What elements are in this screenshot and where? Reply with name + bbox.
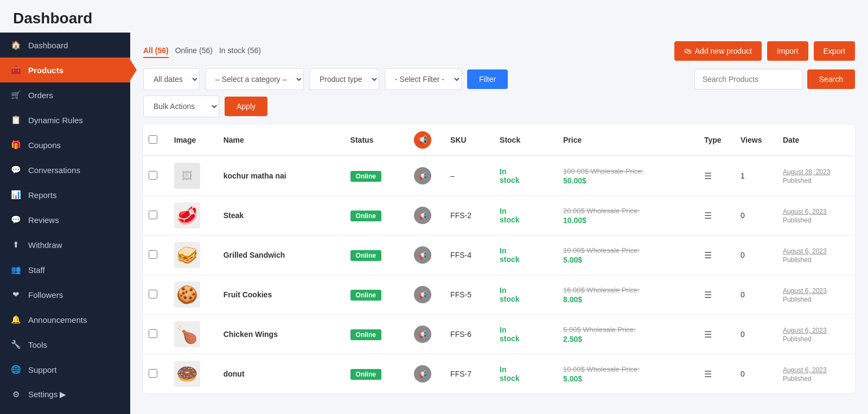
sidebar-item-announcements[interactable]: 🔔Announcements [0, 307, 130, 332]
price-cell: 10.00$ Wholesale Price: 5.00$ [563, 246, 693, 264]
col-header-name: Name [218, 125, 345, 156]
sidebar-icon-announcements: 🔔 [11, 315, 21, 324]
old-price: 100.00$ Wholesale Price: [563, 167, 693, 175]
select-all-checkbox[interactable] [149, 135, 157, 144]
megaphone-row-icon[interactable]: 📢 [414, 246, 431, 264]
megaphone-row-icon[interactable]: 📢 [414, 286, 431, 303]
sidebar-icon-staff: 👥 [11, 265, 21, 275]
price-cell: 16.00$ Wholesale Price: 8.00$ [563, 286, 693, 304]
product-image-placeholder: 🖼 [174, 163, 200, 189]
sidebar-item-staff[interactable]: 👥Staff [0, 257, 130, 282]
date-filter[interactable]: All dates [143, 68, 200, 90]
tab-online[interactable]: Online (56) [175, 44, 213, 58]
export-button[interactable]: Export [814, 41, 855, 61]
sidebar-item-reports[interactable]: 📊Reports [0, 182, 130, 207]
import-button[interactable]: Import [767, 41, 808, 61]
bulk-actions-select[interactable]: Bulk Actions [143, 95, 219, 117]
sidebar-icon-products: 🧰 [11, 65, 21, 75]
row-checkbox[interactable] [149, 250, 157, 259]
status-badge: Online [350, 290, 381, 301]
product-name: donut [218, 354, 345, 394]
type-icon[interactable]: ☰ [704, 211, 712, 220]
old-price: 5.00$ Wholesale Price: [563, 326, 693, 334]
stock-status: Instock [500, 365, 520, 383]
sidebar-item-settings[interactable]: ⚙Settings ▶ [0, 382, 130, 407]
select-filter[interactable]: - Select Filter - [385, 68, 462, 90]
product-name: Steak [218, 196, 345, 235]
sidebar-item-products[interactable]: 🧰Products [0, 58, 130, 82]
type-icon[interactable]: ☰ [704, 251, 712, 260]
type-icon[interactable]: ☰ [704, 330, 712, 339]
old-price: 10.00$ Wholesale Price: [563, 246, 693, 254]
filter-button[interactable]: Filter [467, 69, 508, 89]
row-checkbox[interactable] [149, 211, 157, 219]
sidebar-item-dynamic-rules[interactable]: 📋Dynamic Rules [0, 107, 130, 132]
product-views: 0 [735, 196, 777, 235]
product-views: 0 [735, 275, 777, 315]
category-filter[interactable]: – Select a category – [205, 68, 304, 90]
sidebar-label-reviews: Reviews [28, 215, 59, 225]
sidebar-icon-dynamic-rules: 📋 [11, 115, 21, 125]
sidebar-label-announcements: Announcements [28, 315, 87, 324]
price-cell: 10.00$ Wholesale Price: 5.00$ [563, 365, 693, 383]
col-header-views: Views [735, 125, 777, 156]
add-product-button[interactable]: 🛍 Add new product [674, 41, 762, 61]
megaphone-row-icon[interactable]: 📢 [414, 365, 431, 383]
apply-button[interactable]: Apply [225, 97, 267, 116]
type-icon[interactable]: ☰ [704, 171, 712, 181]
sidebar-label-dashboard: Dashboard [28, 41, 68, 50]
sidebar-icon-reviews: 💬 [11, 215, 21, 225]
sidebar-label-settings: Settings ▶ [28, 390, 66, 399]
type-filter[interactable]: Product type [309, 68, 379, 90]
filter-bar: All dates – Select a category – Product … [143, 68, 855, 90]
type-icon[interactable]: ☰ [704, 290, 712, 300]
sidebar-label-conversations: Conversations [28, 165, 80, 175]
col-header-status: Status [345, 125, 409, 156]
sidebar: 🏠Dashboard🧰Products🛒Orders📋Dynamic Rules… [0, 33, 130, 414]
search-input[interactable] [694, 69, 803, 90]
product-date: August 6, 2023 Published [777, 235, 855, 275]
sidebar-item-conversations[interactable]: 💬Conversations [0, 157, 130, 182]
table-row: 🍪 Fruit Cookies Online 📢 FFS-5 Instock 1… [143, 275, 855, 315]
product-table: Image Name Status 📢 SKU Stock Price Type… [143, 125, 855, 393]
tab-instock[interactable]: In stock (56) [219, 44, 261, 58]
table-row: 🖼 kochur matha nai Online 📢 – Instock 10… [143, 156, 855, 196]
product-image: 🍩 [174, 361, 200, 387]
new-price: 8.00$ [563, 295, 693, 304]
product-name: Fruit Cookies [218, 275, 345, 315]
product-sku: FFS-2 [445, 196, 494, 235]
product-views: 0 [735, 315, 777, 354]
tab-bar: All (56)Online (56)In stock (56) 🛍 Add n… [143, 41, 855, 61]
sidebar-label-tools: Tools [28, 340, 47, 349]
row-checkbox[interactable] [149, 290, 157, 298]
col-header-stock: Stock [494, 125, 558, 156]
type-icon[interactable]: ☰ [704, 370, 712, 379]
sidebar-item-tools[interactable]: 🔧Tools [0, 332, 130, 357]
sidebar-item-support[interactable]: 🌐Support [0, 357, 130, 382]
sidebar-icon-withdraw: ⬆ [11, 240, 21, 250]
tab-actions: 🛍 Add new product Import Export [674, 41, 855, 61]
sidebar-item-reviews[interactable]: 💬Reviews [0, 207, 130, 232]
status-badge: Online [350, 329, 381, 340]
row-checkbox[interactable] [149, 369, 157, 378]
product-sku: FFS-6 [445, 315, 494, 354]
sidebar-item-withdraw[interactable]: ⬆Withdraw [0, 232, 130, 257]
product-sku: FFS-7 [445, 354, 494, 394]
product-date: August 28, 2023 Published [777, 156, 855, 196]
sidebar-item-dashboard[interactable]: 🏠Dashboard [0, 33, 130, 58]
sidebar-label-staff: Staff [28, 265, 45, 275]
megaphone-row-icon[interactable]: 📢 [414, 207, 431, 224]
row-checkbox[interactable] [149, 171, 157, 180]
tab-all[interactable]: All (56) [143, 44, 169, 58]
sidebar-item-followers[interactable]: ❤Followers [0, 282, 130, 307]
col-header-promo: 📢 [409, 125, 445, 156]
sidebar-item-orders[interactable]: 🛒Orders [0, 82, 130, 107]
sidebar-item-coupons[interactable]: 🎁Coupons [0, 132, 130, 157]
search-area: Search [694, 69, 855, 90]
product-name: Chicken Wings [218, 315, 345, 354]
search-button[interactable]: Search [807, 69, 855, 89]
new-price: 5.00$ [563, 256, 693, 264]
row-checkbox[interactable] [149, 329, 157, 338]
megaphone-row-icon[interactable]: 📢 [414, 167, 431, 184]
megaphone-row-icon[interactable]: 📢 [414, 326, 431, 343]
